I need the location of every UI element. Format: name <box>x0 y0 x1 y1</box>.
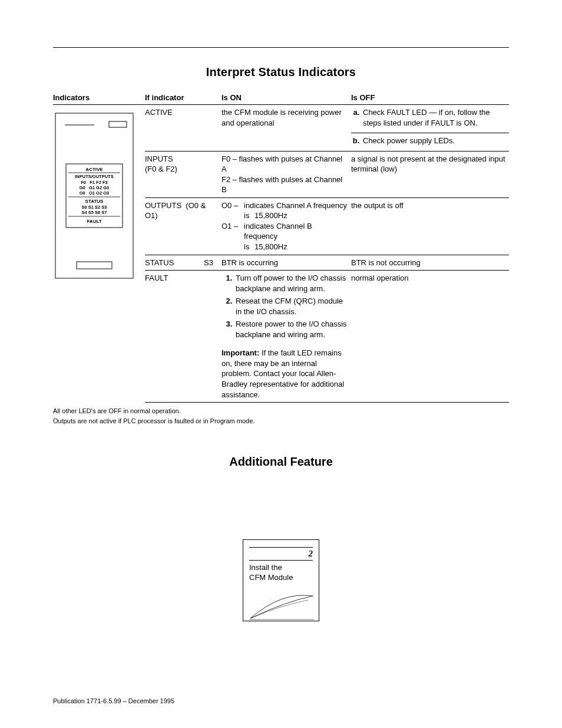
row-status-on: BTR is occurring <box>222 255 351 271</box>
row-status-off: BTR is not occurring <box>351 255 509 271</box>
svg-text:O0   O1 O2 O3: O0 O1 O2 O3 <box>80 190 109 196</box>
svg-text:S4 S5 S6 S7: S4 S5 S6 S7 <box>82 210 107 215</box>
svg-text:S0 S1 S2 S3: S0 S1 S2 S3 <box>82 205 107 210</box>
svg-text:INPUTS/OUTPUTS: INPUTS/OUTPUTS <box>75 174 113 179</box>
page-curl-icon <box>249 585 314 621</box>
row-inputs-off: a signal is not present at the designate… <box>351 151 509 197</box>
col-is-off: Is OFF <box>351 91 509 105</box>
svg-text:F0   F1 F2 F3: F0 F1 F2 F3 <box>81 180 107 185</box>
footnote-2: Outputs are not active if PLC processor … <box>53 416 509 426</box>
row-inputs-name: INPUTS(F0 & F2) <box>145 151 222 197</box>
svg-text:ACTIVE: ACTIVE <box>85 167 103 172</box>
row-inputs-on: F0 – flashes with pulses at Channel AF2 … <box>222 151 351 197</box>
row-active-off-b: Check power supply LEDs. <box>351 133 509 151</box>
install-line1: Install the <box>249 563 282 572</box>
row-active-on: the CFM module is receiving power and op… <box>222 105 351 151</box>
footnote-1: All other LED's are OFF in normal operat… <box>53 406 509 416</box>
col-if-indicator: If indicator <box>145 91 222 105</box>
install-step-number: 2 <box>249 549 313 561</box>
install-module-card: 2 Install the CFM Module <box>243 539 319 621</box>
col-is-on: Is ON <box>222 91 351 105</box>
module-diagram: ACTIVE INPUTS/OUTPUTS F0 F1 F2 F3 G0 G1 … <box>53 107 135 284</box>
svg-text:G0   G1 G2 G3: G0 G1 G2 G3 <box>80 185 109 190</box>
section-heading-additional: Additional Feature <box>53 455 509 469</box>
svg-text:FAULT: FAULT <box>87 219 101 224</box>
svg-rect-2 <box>109 121 127 127</box>
install-line2: CFM Module <box>249 573 293 582</box>
row-fault-name: FAULT <box>145 271 222 403</box>
status-indicators-table: Indicators If indicator Is ON Is OFF <box>53 91 509 403</box>
row-fault-steps: Turn off power to the I/O chassis backpl… <box>222 271 351 346</box>
row-fault-important: Important: If the fault LED remains on, … <box>222 345 351 402</box>
section-heading-interpret: Interpret Status Indicators <box>53 65 509 79</box>
publication-footer: Publication 1771-6.5.99 – December 1995 <box>53 697 174 704</box>
row-outputs-name: OUTPUTS (O0 & O1) <box>145 197 222 255</box>
row-status-name: STATUSS3 <box>145 255 222 271</box>
row-outputs-on: O0 – indicates Channel A frequency is15,… <box>222 197 351 255</box>
svg-text:STATUS: STATUS <box>85 199 104 204</box>
row-active-off-a: Check FAULT LED — if on, follow the step… <box>351 105 509 133</box>
row-fault-off: normal operation <box>351 271 509 403</box>
row-active-name: ACTIVE <box>145 105 222 151</box>
svg-rect-16 <box>77 262 112 269</box>
svg-rect-0 <box>55 113 133 278</box>
row-outputs-off: the output is off <box>351 197 509 255</box>
col-indicators: Indicators <box>53 91 145 105</box>
